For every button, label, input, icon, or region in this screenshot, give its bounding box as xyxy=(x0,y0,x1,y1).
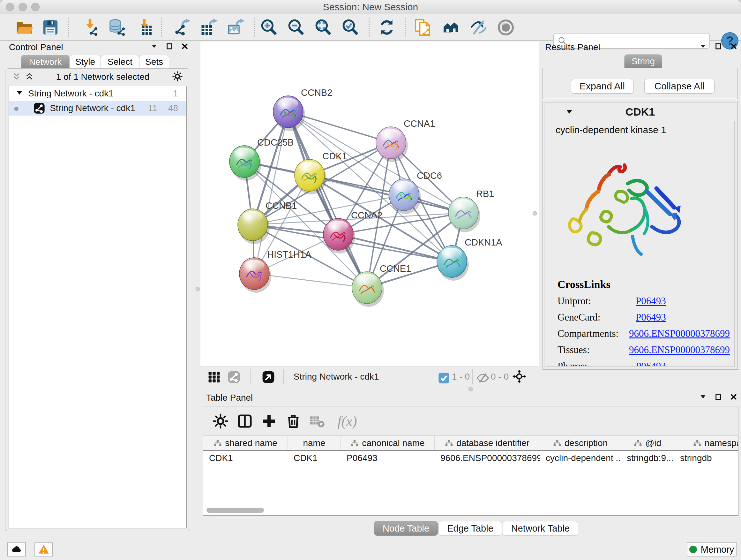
memory-label: Memory xyxy=(701,544,734,555)
new-network-from-selection-icon[interactable] xyxy=(411,17,434,37)
network-canvas[interactable]: CCNB2CCNA1CDC25BCDK1CDC6RB1CCNB1CCNA2CDK… xyxy=(200,42,539,367)
network-row[interactable]: ● String Network - cdk1 11 48 xyxy=(9,101,186,116)
network-node-HIST1H1A[interactable] xyxy=(239,258,271,293)
network-node-CCNA1[interactable] xyxy=(376,127,408,162)
import-table-file-icon[interactable] xyxy=(133,17,156,37)
panel-close-icon[interactable] xyxy=(730,42,738,51)
crosslink-link[interactable]: P06493 xyxy=(636,361,666,367)
results-scroll-area: CDK1 cyclin-dependent kinase 1 xyxy=(542,101,738,370)
network-node-CCNE1[interactable] xyxy=(352,272,384,307)
close-window-button[interactable] xyxy=(6,3,14,11)
column-header-canonical-name[interactable]: canonical name xyxy=(341,436,434,450)
table-row[interactable]: CDK1CDK1P064939606.ENSP00000378699cyclin… xyxy=(203,451,738,465)
show-overview-eye-icon[interactable] xyxy=(494,17,517,37)
pan-crosshair-icon[interactable] xyxy=(513,370,527,384)
network-options-gear-icon[interactable] xyxy=(172,71,183,83)
protein-header[interactable]: CDK1 xyxy=(544,103,736,121)
crosslink-label: Pharos: xyxy=(557,361,636,367)
panel-menu-icon[interactable] xyxy=(699,42,707,51)
string-network-icon xyxy=(33,102,45,114)
save-session-icon[interactable] xyxy=(39,17,62,37)
control-panel-tabs: Network Style Select Sets xyxy=(21,55,169,68)
hidden-eye-icon[interactable] xyxy=(476,371,488,383)
add-column-icon[interactable] xyxy=(260,412,278,430)
crosslink-link[interactable]: P06493 xyxy=(636,312,666,323)
expand-all-icon[interactable] xyxy=(25,72,33,82)
collection-expand-icon[interactable] xyxy=(16,88,23,99)
panel-float-icon[interactable] xyxy=(714,42,723,51)
zoom-in-icon[interactable] xyxy=(258,17,280,37)
import-network-database-icon[interactable] xyxy=(106,17,129,37)
export-network-icon[interactable] xyxy=(171,17,193,37)
tab-network[interactable]: Network xyxy=(21,55,70,68)
delete-column-trash-icon[interactable] xyxy=(284,412,302,430)
network-collection-row[interactable]: String Network - cdk1 1 xyxy=(9,86,186,101)
crosslink-link[interactable]: 9606.ENSP00000378699 xyxy=(629,344,730,356)
network-node-CDKN1A[interactable] xyxy=(437,246,469,281)
panel-close-icon[interactable] xyxy=(181,42,189,51)
collapse-all-button[interactable]: Collapse All xyxy=(644,79,715,94)
network-selection-status: 1 of 1 Network selected xyxy=(33,72,172,82)
table-settings-gear-icon[interactable] xyxy=(212,412,229,430)
expand-all-button[interactable]: Expand All xyxy=(571,79,633,94)
memory-button[interactable]: Memory xyxy=(687,543,737,557)
toolbar-separator xyxy=(368,18,369,37)
selected-checkbox-icon[interactable] xyxy=(437,371,449,383)
zoom-out-icon[interactable] xyxy=(285,17,308,37)
tab-string[interactable]: String xyxy=(624,54,662,68)
memory-status-dot xyxy=(689,546,697,553)
network-node-CCNB2[interactable] xyxy=(273,96,305,131)
tab-edge-table[interactable]: Edge Table xyxy=(439,521,502,536)
import-network-file-icon[interactable] xyxy=(78,17,102,37)
warning-button[interactable] xyxy=(35,543,53,557)
column-header-name[interactable]: name xyxy=(288,436,341,450)
column-header--id[interactable]: @id xyxy=(621,436,674,450)
panel-menu-icon[interactable] xyxy=(699,393,707,401)
toolbar-separator xyxy=(472,369,473,384)
tab-node-table[interactable]: Node Table xyxy=(374,521,438,536)
panel-float-icon[interactable] xyxy=(714,393,723,401)
crosslink-link[interactable]: P06493 xyxy=(636,295,666,307)
horizontal-splitter-handle[interactable] xyxy=(468,387,473,391)
vertical-splitter-handle[interactable] xyxy=(533,211,537,215)
horizontal-scrollbar-thumb[interactable] xyxy=(206,508,264,513)
network-current-dot-icon: ● xyxy=(13,103,19,114)
tab-style[interactable]: Style xyxy=(70,55,101,68)
tab-sets[interactable]: Sets xyxy=(139,55,169,68)
collapse-all-icon[interactable] xyxy=(12,72,21,82)
column-header-namespace[interactable]: namespace xyxy=(674,436,738,450)
column-header-description[interactable]: description xyxy=(540,436,621,450)
protein-collapse-icon[interactable] xyxy=(565,108,573,117)
node-table[interactable]: shared namenamecanonical namedatabase id… xyxy=(203,436,738,516)
network-node-CDK1[interactable] xyxy=(294,159,327,194)
network-node-CDC25B[interactable] xyxy=(229,145,261,181)
tab-select[interactable]: Select xyxy=(101,55,139,68)
vertical-splitter-handle[interactable] xyxy=(196,287,200,291)
cloud-button[interactable] xyxy=(7,543,26,557)
detach-view-icon[interactable] xyxy=(262,370,275,384)
panel-menu-icon[interactable] xyxy=(150,42,158,51)
toggle-columns-icon[interactable] xyxy=(236,412,254,430)
string-share-icon[interactable] xyxy=(227,370,241,384)
zoom-fit-icon[interactable] xyxy=(312,17,335,37)
crosslink-link[interactable]: 9606.ENSP00000378699 xyxy=(629,328,730,339)
panel-float-icon[interactable] xyxy=(165,42,174,51)
hide-unhide-icon[interactable] xyxy=(467,17,490,37)
table-cell: P06493 xyxy=(341,451,434,465)
network-overview-grid-icon[interactable] xyxy=(207,370,221,384)
column-header-shared-name[interactable]: shared name xyxy=(203,436,288,450)
toolbar-separator xyxy=(405,18,406,37)
zoom-selected-icon[interactable] xyxy=(339,17,362,37)
network-node-RB1[interactable] xyxy=(448,197,480,232)
crosslink-label: GeneCard: xyxy=(557,312,636,323)
export-image-icon[interactable] xyxy=(225,17,248,37)
column-header-database-identifier[interactable]: database identifier xyxy=(434,436,540,450)
export-table-icon[interactable] xyxy=(198,17,221,37)
apply-layout-icon[interactable] xyxy=(375,17,398,37)
tab-network-table[interactable]: Network Table xyxy=(502,521,578,536)
minimize-window-button[interactable] xyxy=(18,3,27,11)
organism-homes-icon[interactable] xyxy=(440,17,462,37)
panel-close-icon[interactable] xyxy=(730,393,738,401)
zoom-window-button[interactable] xyxy=(31,3,40,11)
open-session-icon[interactable] xyxy=(13,17,36,37)
